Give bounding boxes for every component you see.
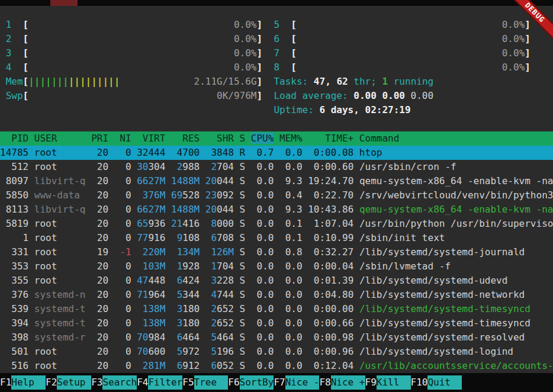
text-segment: [: [23, 62, 29, 73]
text-segment: 126M: [211, 246, 234, 258]
fkey-nice-minus[interactable]: F7Nice -: [274, 375, 319, 390]
fkey-tree[interactable]: F5Tree: [182, 375, 228, 390]
text-segment: 912: [182, 360, 211, 371]
text-segment: 20: [205, 175, 217, 187]
text-segment: 744 S 0.0 0.0 0:04.80 /lib/systemd/syste…: [217, 289, 525, 300]
text-segment: 600: [148, 346, 176, 357]
text-segment: 044 S 0.0 9.3 10:43.86: [217, 204, 359, 215]
text-segment: ]: [257, 76, 263, 87]
text-segment: [0, 90, 6, 101]
cpu-meters-row-1-5: 1 [ 0.0%] 5 [ 0.0%]: [0, 18, 553, 32]
process-row-394[interactable]: 394 systemd-t 20 0 138M 3180 2652 S 0.0 …: [0, 316, 553, 330]
text-segment: 138M: [143, 303, 166, 314]
text-segment: 6: [177, 332, 183, 343]
process-row-selected-14785[interactable]: 14785 root 20 0 32444 4700 3848 R 0.7 0.…: [0, 146, 553, 160]
fkey-kill[interactable]: F9Kill: [365, 375, 411, 390]
text-segment: 47, 62: [314, 76, 348, 87]
text-segment: 20 0: [91, 317, 143, 329]
text-segment: [0, 33, 6, 44]
text-segment: 501 root 20 0: [0, 346, 137, 357]
uptime-row: Uptime: 6 days, 02:27:19: [0, 103, 553, 117]
text-segment: running: [388, 76, 433, 87]
process-row-376[interactable]: 376 systemd-n 20 0 71964 5344 4744 S 0.0…: [0, 288, 553, 302]
text-segment: Uptime:: [274, 104, 319, 115]
text-segment: 8: [211, 218, 217, 229]
text-segment: 0.0%: [28, 19, 256, 30]
text-segment: systemd-r: [34, 332, 91, 343]
text-segment: 0.00 0.00: [353, 90, 410, 101]
process-row-398[interactable]: 398 systemd-r 20 0 70984 6464 5464 S 0.0…: [0, 330, 553, 345]
text-segment: Load average:: [274, 90, 353, 101]
fkey-setup[interactable]: F2Setup: [46, 375, 91, 390]
text-segment: 398: [0, 332, 34, 343]
text-segment: 180: [182, 317, 211, 329]
text-segment: 6627M: [137, 175, 165, 187]
text-segment: 14785 root 20 0 32444 4700 3848 R 0.7 0.…: [0, 147, 382, 158]
text-segment: 6627M: [137, 204, 165, 215]
fkey-search[interactable]: F3Search: [91, 375, 137, 390]
text-segment: 0K/976M: [28, 90, 256, 101]
text-segment: ]: [257, 33, 263, 44]
text-segment: 1: [6, 19, 12, 30]
process-row-512[interactable]: 512 root 20 0 30304 2988 2704 S 0.0 0.0 …: [0, 160, 553, 174]
text-segment: [0, 62, 6, 73]
text-segment: ]: [525, 62, 531, 73]
text-segment: -1: [120, 246, 131, 258]
process-row-8113[interactable]: 8113 libvirt-q 20 0 6627M 1488M 20044 S …: [0, 203, 553, 217]
text-segment: MEM% TIME+ Command: [274, 133, 399, 144]
text-segment: 3: [177, 303, 183, 314]
process-row-5850[interactable]: 5850 www-data 20 0 376M 69528 23092 S 0.…: [0, 188, 553, 203]
text-segment: 916: [148, 232, 176, 243]
text-segment: 2: [211, 303, 217, 314]
process-row-5819[interactable]: 5819 root 20 0 65936 21416 8000 S 0.0 0.…: [0, 217, 553, 231]
text-segment: 984: [148, 332, 176, 343]
text-segment: [: [23, 90, 29, 101]
process-row-355[interactable]: 355 root 20 0 47448 6424 3228 S 0.0 0.0 …: [0, 274, 553, 288]
text-segment: 134M: [177, 246, 200, 258]
process-row-8097[interactable]: 8097 libvirt-q 20 0 6627M 1488M 20044 S …: [0, 174, 553, 188]
fkey-nice-plus[interactable]: F8Nice +: [319, 375, 365, 390]
text-segment: 7: [274, 47, 279, 59]
text-segment: Tasks:: [274, 76, 313, 87]
text-segment: [: [23, 47, 29, 59]
fkey-filter[interactable]: F4Filter: [137, 375, 182, 390]
fkey-help[interactable]: F1Help: [0, 375, 46, 390]
fkey-quit[interactable]: F10Quit: [411, 375, 462, 390]
fkey-label: Quit: [427, 375, 462, 390]
fkey-label: Tree: [194, 375, 229, 390]
process-row-539[interactable]: 539 systemd-t 20 0 138M 3180 2652 S 0.0 …: [0, 302, 553, 316]
text-segment: 220M: [143, 246, 166, 258]
text-segment: 6: [177, 275, 183, 286]
text-segment: [: [291, 47, 297, 59]
text-segment: [: [291, 19, 297, 30]
text-segment: 20 0: [91, 332, 137, 343]
text-segment: thr;: [348, 76, 382, 87]
text-segment: libvirt-q: [34, 175, 91, 187]
text-segment: 2: [211, 317, 217, 329]
process-row-501[interactable]: 501 root 20 0 70600 5972 5196 S 0.0 0.0 …: [0, 345, 553, 359]
text-segment: 000 S 0.0 0.1 1:07.04 /usr/bin/python /u…: [217, 218, 553, 229]
fkey-sortby[interactable]: F6SortBy: [228, 375, 274, 390]
process-row-331[interactable]: 331 root 19 -1 220M 134M 126M S 0.0 0.8 …: [0, 245, 553, 259]
text-segment: 2: [6, 33, 12, 44]
text-segment: ]: [525, 47, 531, 59]
text-segment: 5: [177, 289, 183, 300]
text-segment: 6: [211, 360, 217, 371]
text-segment: qemu-system-x86_64 -enable-kvm -na: [359, 204, 553, 215]
process-row-1[interactable]: 1 root 20 0 77916 9108 6708 S 0.0 0.1 0:…: [0, 231, 553, 245]
text-segment: 464: [182, 332, 211, 343]
process-row-516[interactable]: 516 root 20 0 281M 6912 6052 S 0.0 0.0 0…: [0, 359, 553, 373]
text-segment: 65: [137, 218, 148, 229]
process-row-353[interactable]: 353 root 20 0 103M 1928 1704 S 0.0 0.0 0…: [0, 259, 553, 274]
text-segment: 47: [137, 275, 148, 286]
text-segment: [: [23, 19, 29, 30]
text-segment: [165, 261, 176, 272]
text-segment: 23: [205, 189, 217, 201]
process-table-header[interactable]: PID USER PRI NI VIRT RES SHR S CPU% MEM%…: [0, 131, 553, 146]
text-segment: 281M: [143, 360, 166, 371]
text-segment: 20 0: [91, 175, 137, 187]
text-segment: [0, 76, 6, 87]
text-segment: 376: [0, 289, 34, 300]
text-segment: 138M: [143, 317, 166, 329]
text-segment: 464 S 0.0 0.0 0:00.98 /lib/systemd/syste…: [217, 332, 525, 343]
